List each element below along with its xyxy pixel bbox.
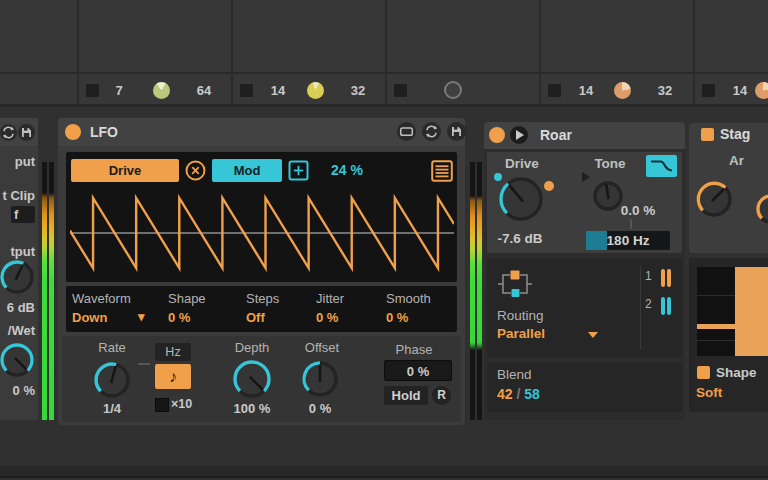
clip-position: 14 [724, 83, 756, 98]
filter-freq-box[interactable]: 180 Hz [586, 231, 670, 250]
track-divider [539, 0, 541, 104]
clip-position: 14 [570, 83, 602, 98]
dry-wet-label: /Wet [0, 323, 35, 338]
shaper-display[interactable] [697, 267, 768, 356]
chevron-down-icon[interactable]: ▾ [138, 309, 152, 324]
rate-value[interactable]: 1/4 [86, 401, 138, 416]
lfo-device: LFO Drive Mod 24 % Waveform Shap [58, 118, 465, 425]
clip-stop-button[interactable] [548, 84, 561, 97]
retrigger-button[interactable]: R [432, 386, 451, 405]
stage-color-swatch[interactable] [701, 128, 714, 141]
blend-value-b[interactable]: 58 [524, 386, 540, 402]
depth-label: Depth [224, 340, 280, 355]
depth-value[interactable]: 100 % [222, 401, 282, 416]
rate-hz-button[interactable]: Hz [155, 343, 191, 361]
remove-mapping-icon[interactable] [185, 160, 206, 181]
drive-knob[interactable] [496, 174, 546, 228]
bottom-band [0, 466, 768, 476]
drive-label: Drive [494, 156, 550, 171]
output-value[interactable]: 6 dB [0, 300, 35, 315]
output-knob[interactable] [0, 257, 37, 301]
clip-position: 14 [262, 83, 294, 98]
routing-icon [498, 267, 532, 301]
clip-stop-button[interactable] [240, 84, 253, 97]
clip-row-divider [0, 72, 768, 74]
steps-value[interactable]: Off [246, 310, 286, 325]
clip-stop-button[interactable] [86, 84, 99, 97]
tone-value[interactable]: 0.0 % [612, 203, 664, 218]
depth-knob[interactable] [230, 357, 274, 405]
jitter-label: Jitter [316, 291, 366, 306]
shaper-curve-line [697, 324, 737, 329]
shape-color-swatch [697, 366, 710, 379]
device-activator-icon[interactable] [489, 127, 505, 143]
clip-stop-button[interactable] [394, 84, 407, 97]
clip-progress-pie[interactable] [614, 82, 631, 99]
lfo-waveform-display[interactable] [70, 189, 454, 277]
frame-icon[interactable] [397, 122, 416, 141]
offset-value[interactable]: 0 % [292, 401, 348, 416]
mod-list-icon[interactable] [431, 160, 453, 182]
stage2-number: 2 [645, 297, 657, 311]
blend-values[interactable]: 42 / 58 [497, 386, 607, 402]
stage1-meter [661, 269, 665, 287]
blend-label: Blend [497, 367, 557, 382]
smooth-value[interactable]: 0 % [386, 310, 426, 325]
mod-target-mod-button[interactable]: Mod [212, 159, 282, 182]
hot-swap-icon[interactable] [0, 124, 17, 141]
clip-progress-pie[interactable] [153, 82, 170, 99]
hold-button[interactable]: Hold [384, 386, 428, 405]
routing-chooser[interactable]: Parallel [497, 326, 573, 341]
drive-value[interactable]: -7.6 dB [488, 231, 552, 246]
clip-stop-button[interactable] [702, 84, 715, 97]
track-divider [693, 0, 695, 104]
routing-label: Routing [497, 308, 567, 323]
edge-knob-partial[interactable] [753, 191, 768, 231]
rate-knob[interactable] [91, 359, 133, 405]
jitter-value[interactable]: 0 % [316, 310, 356, 325]
connector-line [138, 363, 150, 365]
blend-value-a[interactable]: 42 [497, 386, 513, 402]
mod-amount-value[interactable]: 24 % [316, 159, 378, 182]
x10-checkbox[interactable] [155, 398, 169, 412]
x10-label: ×10 [171, 397, 207, 411]
amount-label: Ar [729, 153, 768, 168]
device-activator-icon[interactable] [65, 124, 81, 140]
stage2-meter [667, 297, 671, 315]
rate-sync-button[interactable]: ♪ [155, 364, 191, 389]
clip-loop-length: 64 [186, 83, 222, 98]
waveform-chooser[interactable]: Down [72, 310, 122, 325]
add-mapping-icon[interactable] [288, 160, 309, 181]
dry-wet-knob[interactable] [0, 340, 37, 384]
save-preset-icon[interactable] [18, 124, 35, 141]
offset-knob[interactable] [299, 358, 341, 404]
save-preset-icon[interactable] [447, 122, 466, 141]
mod-target-drive-button[interactable]: Drive [71, 159, 179, 182]
shape-value[interactable]: 0 % [168, 310, 208, 325]
tone-mod-marker [582, 172, 590, 182]
clip-progress-pie[interactable] [755, 82, 768, 99]
shape-chooser[interactable]: Soft [696, 385, 746, 400]
track-divider [385, 0, 387, 104]
hot-swap-icon[interactable] [422, 122, 441, 141]
device-title: Roar [540, 127, 620, 143]
soft-clip-toggle[interactable]: f [11, 206, 35, 223]
shape-label: Shape [168, 291, 228, 306]
offset-label: Offset [294, 340, 350, 355]
track-divider [231, 0, 233, 104]
amount-knob[interactable] [693, 178, 735, 224]
steps-label: Steps [246, 291, 296, 306]
chevron-down-icon[interactable] [588, 332, 598, 338]
filter-freq-value[interactable]: 180 Hz [586, 231, 670, 250]
clip-progress-pie[interactable] [307, 82, 324, 99]
phase-value-box[interactable]: 0 % [384, 360, 452, 381]
filter-type-button[interactable] [646, 155, 677, 177]
preview-play-button[interactable] [510, 126, 528, 144]
soft-clip-label: t Clip [0, 188, 35, 203]
dry-wet-value[interactable]: 0 % [0, 383, 35, 398]
waveform-label: Waveform [72, 291, 152, 306]
smooth-label: Smooth [386, 291, 446, 306]
routing-divider [640, 266, 641, 350]
input-section-label: put [0, 154, 35, 169]
clip-loop-length: 32 [340, 83, 376, 98]
